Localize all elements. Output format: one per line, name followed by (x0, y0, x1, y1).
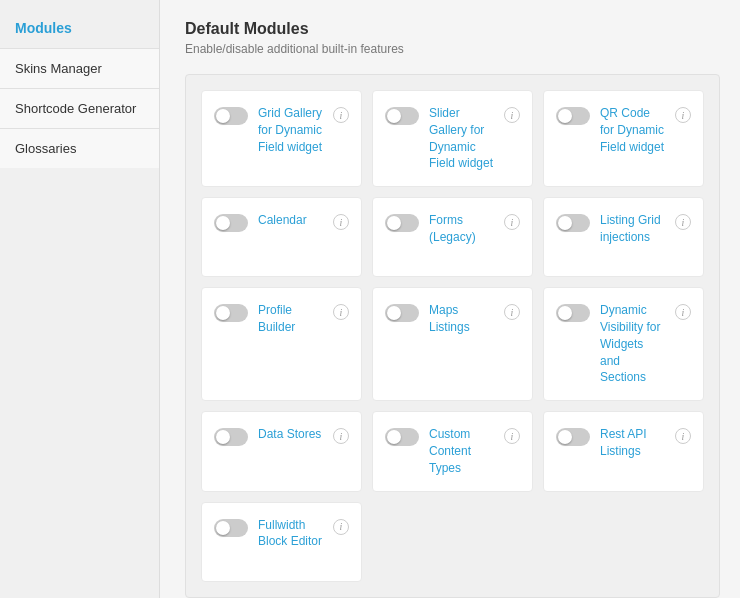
info-icon[interactable]: i (675, 107, 691, 123)
module-card: Rest API Listingsi (543, 411, 704, 491)
module-label: Dynamic Visibility for Widgets and Secti… (600, 302, 665, 386)
module-toggle[interactable] (214, 107, 248, 125)
modules-container: Grid Gallery for Dynamic Field widgetiSl… (185, 74, 720, 598)
module-card: Profile Builderi (201, 287, 362, 401)
module-label: Profile Builder (258, 302, 323, 336)
sidebar: Modules Skins Manager Shortcode Generato… (0, 0, 160, 598)
module-label: QR Code for Dynamic Field widget (600, 105, 665, 155)
module-toggle[interactable] (556, 428, 590, 446)
module-label: Custom Content Types (429, 426, 494, 476)
module-toggle[interactable] (214, 214, 248, 232)
module-label: Data Stores (258, 426, 323, 443)
sidebar-title: Modules (0, 10, 159, 48)
module-card: Calendari (201, 197, 362, 277)
info-icon[interactable]: i (675, 304, 691, 320)
info-icon[interactable]: i (675, 428, 691, 444)
info-icon[interactable]: i (504, 214, 520, 230)
main-content: Default Modules Enable/disable additiona… (160, 0, 740, 598)
module-card: Forms (Legacy)i (372, 197, 533, 277)
page-title: Default Modules (185, 20, 720, 38)
module-card: Listing Grid injectionsi (543, 197, 704, 277)
info-icon[interactable]: i (504, 304, 520, 320)
module-card: Fullwidth Block Editori (201, 502, 362, 582)
sidebar-item-glossaries[interactable]: Glossaries (0, 128, 159, 168)
info-icon[interactable]: i (333, 519, 349, 535)
module-toggle[interactable] (214, 519, 248, 537)
module-toggle[interactable] (385, 107, 419, 125)
module-label: Slider Gallery for Dynamic Field widget (429, 105, 494, 172)
module-toggle[interactable] (385, 304, 419, 322)
module-card: Dynamic Visibility for Widgets and Secti… (543, 287, 704, 401)
module-label: Fullwidth Block Editor (258, 517, 323, 551)
module-card: Custom Content Typesi (372, 411, 533, 491)
sidebar-item-shortcode-generator[interactable]: Shortcode Generator (0, 88, 159, 128)
module-label: Grid Gallery for Dynamic Field widget (258, 105, 323, 155)
module-card: Slider Gallery for Dynamic Field widgeti (372, 90, 533, 187)
module-card: Data Storesi (201, 411, 362, 491)
info-icon[interactable]: i (333, 428, 349, 444)
info-icon[interactable]: i (675, 214, 691, 230)
modules-grid: Grid Gallery for Dynamic Field widgetiSl… (201, 90, 704, 582)
info-icon[interactable]: i (504, 428, 520, 444)
module-toggle[interactable] (385, 214, 419, 232)
module-toggle[interactable] (214, 304, 248, 322)
info-icon[interactable]: i (333, 304, 349, 320)
sidebar-item-skins-manager[interactable]: Skins Manager (0, 48, 159, 88)
module-card: Maps Listingsi (372, 287, 533, 401)
module-label: Forms (Legacy) (429, 212, 494, 246)
info-icon[interactable]: i (333, 107, 349, 123)
module-label: Maps Listings (429, 302, 494, 336)
module-card: QR Code for Dynamic Field widgeti (543, 90, 704, 187)
module-toggle[interactable] (556, 304, 590, 322)
module-toggle[interactable] (556, 214, 590, 232)
module-label: Listing Grid injections (600, 212, 665, 246)
info-icon[interactable]: i (504, 107, 520, 123)
module-label: Rest API Listings (600, 426, 665, 460)
module-toggle[interactable] (556, 107, 590, 125)
module-toggle[interactable] (214, 428, 248, 446)
info-icon[interactable]: i (333, 214, 349, 230)
module-card: Grid Gallery for Dynamic Field widgeti (201, 90, 362, 187)
module-toggle[interactable] (385, 428, 419, 446)
module-label: Calendar (258, 212, 323, 229)
page-subtitle: Enable/disable additional built-in featu… (185, 42, 720, 56)
